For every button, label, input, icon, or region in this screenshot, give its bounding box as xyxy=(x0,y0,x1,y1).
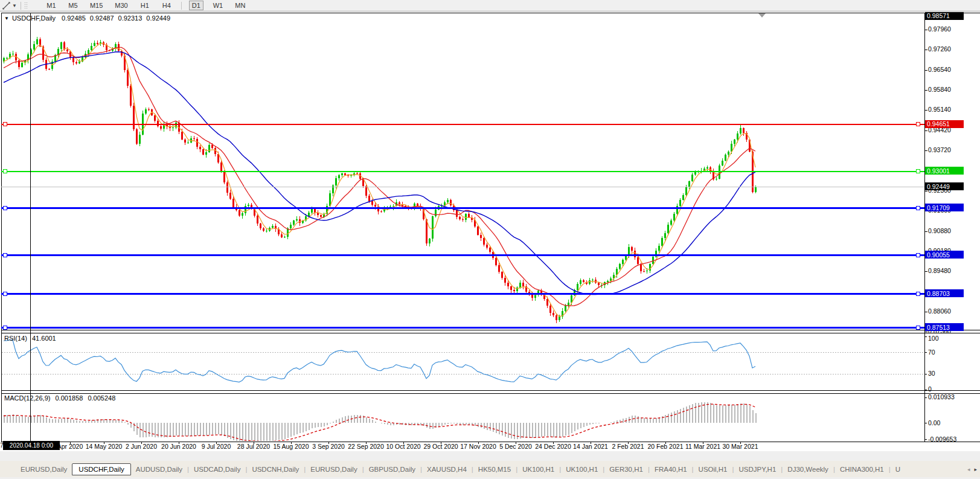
date-label: 14 Jan 2021 xyxy=(573,443,608,450)
line-tools-icon[interactable] xyxy=(2,1,11,10)
timeframe-button-M5[interactable]: M5 xyxy=(66,1,80,10)
tab-scroll-right-icon[interactable]: ▸ xyxy=(974,466,977,472)
price-tick-label: 0.88060 xyxy=(928,307,951,315)
tab-eurusd-daily[interactable]: EURUSD,Daily xyxy=(306,463,362,475)
ohlc-low: 0.92313 xyxy=(118,14,143,22)
level-handle[interactable] xyxy=(4,207,7,210)
date-label: 9 Jul 2020 xyxy=(202,443,231,450)
price-tick-label: 0.93720 xyxy=(928,146,951,153)
svg-text:0.90055: 0.90055 xyxy=(927,251,950,259)
date-label: 20 Feb 2021 xyxy=(648,443,684,450)
date-label: 22 Sep 2020 xyxy=(348,443,384,450)
macd-value1: 0.001858 xyxy=(55,394,83,402)
timeframe-button-H4[interactable]: H4 xyxy=(159,1,174,10)
date-label: 17 Nov 2020 xyxy=(460,443,496,450)
tab-scroll-buttons: ◂ ▸ xyxy=(962,461,980,477)
macd-name: MACD(12,26,9) xyxy=(4,394,50,402)
level-handle[interactable] xyxy=(917,123,920,126)
svg-text:0.92449: 0.92449 xyxy=(927,183,950,190)
level-handle[interactable] xyxy=(4,292,7,296)
macd-tick-label: 0.010933 xyxy=(928,393,955,400)
tab-audusd-daily[interactable]: AUDUSD,Daily xyxy=(131,463,187,475)
chart-backdrop xyxy=(0,11,980,451)
date-label: 20 Jun 2020 xyxy=(161,443,196,450)
tab-china300-h1[interactable]: CHINA300,H1 xyxy=(835,463,889,475)
toolbar-separator xyxy=(21,2,21,10)
svg-text:0.88703: 0.88703 xyxy=(927,290,950,297)
tab-uk100-h1[interactable]: UK100,H1 xyxy=(517,463,559,475)
svg-text:0.87513: 0.87513 xyxy=(927,324,950,331)
date-label: 24 Dec 2020 xyxy=(535,443,571,450)
price-tick-label: 0.90880 xyxy=(928,227,951,234)
timeframe-button-M15[interactable]: M15 xyxy=(88,1,105,10)
tab-gbpusd-daily[interactable]: GBPUSD,Daily xyxy=(364,463,420,475)
tab-scroll-left-icon[interactable]: ◂ xyxy=(967,466,970,472)
svg-text:0.93001: 0.93001 xyxy=(927,167,950,175)
price-axis-box-0.98571: 0.98571 xyxy=(925,12,964,20)
date-label: 11 Mar 2021 xyxy=(685,443,720,450)
tab-eurusd-daily[interactable]: EURUSD,Daily xyxy=(16,463,72,475)
price-axis-box-0.94651: 0.94651 xyxy=(925,120,964,128)
svg-text:0.91709: 0.91709 xyxy=(927,204,950,211)
timeframe-button-M1[interactable]: M1 xyxy=(44,1,59,10)
level-handle[interactable] xyxy=(917,170,920,173)
toolbar-grip[interactable] xyxy=(24,2,27,10)
level-handle[interactable] xyxy=(4,326,7,330)
price-tick-label: 0.97960 xyxy=(928,25,951,33)
toolbar-separator xyxy=(181,2,182,10)
level-handle[interactable] xyxy=(4,170,7,173)
timeframe-toolbar: ▼ M1M5M15M30H1H4D1W1MN xyxy=(0,0,980,11)
tool-dropdown-icon[interactable]: ▼ xyxy=(12,3,17,8)
timeframe-button-W1[interactable]: W1 xyxy=(211,1,226,10)
date-label: 29 Oct 2020 xyxy=(423,443,458,450)
date-label: 2 Jun 2020 xyxy=(126,443,157,450)
level-handle[interactable] xyxy=(917,326,920,330)
time-cursor-label: 2020.04.18 0:00 xyxy=(3,441,60,450)
level-handle[interactable] xyxy=(917,292,920,296)
tab-xauusd-h4[interactable]: XAUUSD,H4 xyxy=(422,463,472,475)
price-axis-box-0.88703: 0.88703 xyxy=(925,289,964,297)
level-handle[interactable] xyxy=(917,254,920,257)
tab-uk100-h1[interactable]: UK100,H1 xyxy=(561,463,603,475)
timeframe-button-M30[interactable]: M30 xyxy=(112,1,130,10)
price-axis-box-0.87513: 0.87513 xyxy=(925,323,964,331)
tab-usdjpy-h1[interactable]: USDJPY,H1 xyxy=(734,463,781,475)
date-label: Apr 2020 xyxy=(57,443,83,450)
tab-hk50-m15[interactable]: HK50,M15 xyxy=(473,463,516,475)
price-tick-label: 0.96540 xyxy=(928,66,951,73)
price-axis-box-0.92449: 0.92449 xyxy=(925,182,964,190)
level-handle[interactable] xyxy=(4,254,7,257)
tab-fra40-h1[interactable]: FRA40,H1 xyxy=(650,463,692,475)
tab-u[interactable]: U xyxy=(891,463,905,475)
level-handle[interactable] xyxy=(4,123,7,126)
date-label: 28 Jul 2020 xyxy=(237,443,270,450)
tab-usoil-h1[interactable]: USOil,H1 xyxy=(694,463,732,475)
tab-usdchf-daily[interactable]: USDCHF,Daily xyxy=(72,463,130,475)
chart-canvas[interactable]: Apr 202014 May 20202 Jun 202020 Jun 2020… xyxy=(0,0,980,479)
svg-text:0.98571: 0.98571 xyxy=(927,12,950,19)
timeframe-buttons: M1M5M15M30H1H4D1W1MN xyxy=(44,1,248,10)
price-axis-box-0.91709: 0.91709 xyxy=(925,204,964,211)
date-label: 15 Aug 2020 xyxy=(274,443,309,450)
tab-usdcnh-daily[interactable]: USDCNH,Daily xyxy=(247,463,304,475)
chart-title: USDCHF,Daily xyxy=(12,14,56,22)
tab-dj30-weekly[interactable]: DJ30,Weekly xyxy=(783,463,833,475)
price-tick-label: 0.95840 xyxy=(928,86,951,93)
date-label: 10 Oct 2020 xyxy=(386,443,420,450)
ohlc-close: 0.92449 xyxy=(146,14,170,22)
timeframe-button-MN[interactable]: MN xyxy=(232,1,248,10)
chart-dropdown-icon[interactable]: ▼ xyxy=(4,16,9,21)
date-label: 30 Mar 2021 xyxy=(723,443,758,450)
tab-usdcad-daily[interactable]: USDCAD,Daily xyxy=(189,463,245,475)
macd-tick-label: 0.00 xyxy=(928,419,941,426)
level-handle[interactable] xyxy=(917,207,920,210)
ohlc-high: 0.92487 xyxy=(90,14,114,22)
timeframe-button-D1[interactable]: D1 xyxy=(189,1,203,10)
svg-text:0.94651: 0.94651 xyxy=(927,120,950,127)
rsi-indicator-label: RSI(14) 41.6001 xyxy=(4,335,59,342)
macd-value2: 0.005248 xyxy=(88,394,115,402)
date-label: 3 Sep 2020 xyxy=(312,443,345,450)
tab-ger30-h1[interactable]: GER30,H1 xyxy=(604,463,648,475)
timeframe-button-H1[interactable]: H1 xyxy=(138,1,152,10)
macd-tick-label: -0.009653 xyxy=(928,436,956,443)
